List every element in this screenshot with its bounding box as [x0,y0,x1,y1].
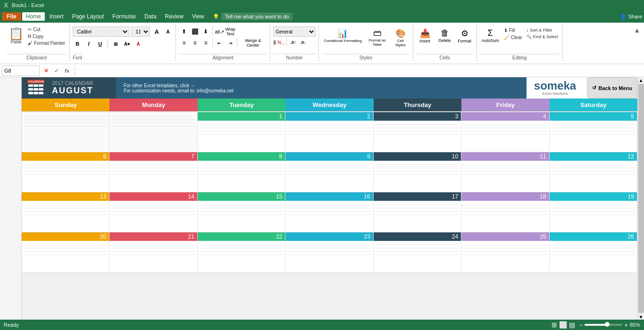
calendar-cell-1[interactable]: 1 [198,112,285,152]
menu-home[interactable]: Home [22,12,45,21]
normal-view-button[interactable]: ⊞ [552,321,557,329]
calendar-cell-16[interactable]: 16 [285,192,373,232]
menu-page-layout[interactable]: Page Layout [68,12,108,21]
format-as-table-button[interactable]: 🗃 Format asTable [366,27,389,48]
fill-button[interactable]: ⬇ Fill [502,27,524,33]
calendar-cell-13[interactable]: 13 [22,192,109,232]
calendar-cell-18[interactable]: 18 [461,192,549,232]
calendar-cell-4[interactable]: 4 [461,112,549,152]
cut-button[interactable]: ✂ Cut [26,26,67,33]
calendar-cell-8[interactable]: 8 [198,152,285,192]
number-format-select[interactable]: General [273,26,316,37]
calendar-cell-24[interactable]: 24 [374,232,461,272]
insert-button[interactable]: 📥 Insert [416,27,434,44]
calendar-cell-2[interactable]: 2 [285,112,373,152]
menu-view[interactable]: View [188,12,208,21]
font-size-select[interactable]: 11 [131,26,150,37]
align-top-button[interactable]: ⬆ [179,26,189,37]
clear-button[interactable]: 🧹 Clear [502,34,524,41]
calendar-cell-6[interactable]: 6 [22,152,109,192]
align-center-button[interactable]: ≡ [190,38,200,48]
back-to-menu-button[interactable]: ↺ Back to Menu [587,77,637,99]
zoom-in-button[interactable]: + [624,322,628,329]
formula-input[interactable] [78,66,642,75]
vertical-scrollbar[interactable]: ▲ ▼ [637,77,644,320]
calendar-cell-9[interactable]: 9 [285,152,373,192]
italic-button[interactable]: I [84,39,93,49]
underline-button[interactable]: U [95,39,105,49]
menu-data[interactable]: Data [141,12,160,21]
calendar-cell-15[interactable]: 15 [198,192,285,232]
borders-button[interactable]: ⊞ [111,39,120,49]
zoom-out-button[interactable]: − [579,322,583,329]
insert-function-button[interactable]: fx [62,66,72,75]
page-layout-view-button[interactable]: ⬜ [559,321,567,329]
calendar-cell-7[interactable]: 7 [109,152,197,192]
calendar-cell-10[interactable]: 10 [374,152,461,192]
sort-filter-button[interactable]: ↕ Sort & Filter [525,27,560,33]
text-angle-button[interactable]: ab↗ [214,26,225,37]
font-shrink-button[interactable]: A [163,27,173,36]
calendar-cell-3[interactable]: 3 [374,112,461,152]
calendar-cell-12[interactable]: 12 [550,152,637,192]
scroll-down-button[interactable]: ▼ [638,314,644,320]
wrap-text-button[interactable]: Wrap Text [225,26,235,37]
delete-button[interactable]: 🗑 Delete [436,27,454,44]
calendar-cell-17[interactable]: 17 [374,192,461,232]
menu-review[interactable]: Review [161,12,187,21]
calendar-cell-11[interactable]: 11 [461,152,549,192]
find-select-button[interactable]: 🔍 Find & Select [525,34,560,40]
calendar-cell-empty-1[interactable] [22,112,109,152]
calendar-cell-14[interactable]: 14 [109,192,197,232]
calendar-info-area: For other Excel templates, click → For c… [116,77,527,99]
paste-button[interactable]: 📋 Paste [7,26,25,45]
decrease-indent-button[interactable]: ⇤ [214,38,225,48]
menu-formulas[interactable]: Formulas [109,12,140,21]
calendar-cell-21[interactable]: 21 [109,232,197,272]
name-box[interactable] [2,66,40,76]
calendar-cell-26[interactable]: 26 [550,232,637,272]
align-right-button[interactable]: ≡ [201,38,211,48]
zoom-slider[interactable] [585,324,622,326]
bold-button[interactable]: B [73,39,82,49]
cell-styles-button[interactable]: 🎨 CellStyles [391,27,410,48]
ribbon-collapse-button[interactable]: ▲ [634,26,640,34]
fill-color-button[interactable]: A▾ [122,39,132,49]
calendar-cell-23[interactable]: 23 [285,232,373,272]
align-bottom-button[interactable]: ⬇ [201,26,211,37]
calendar-cell-19[interactable]: 19 [550,192,637,232]
font-color-button[interactable]: A [134,39,143,49]
back-arrow-icon: ↺ [592,85,596,91]
scroll-thumb[interactable] [638,84,644,313]
conditional-formatting-button[interactable]: 📊 Conditional Formatting [322,27,363,48]
day-header-monday: Monday [109,99,197,111]
increase-decimal-button[interactable]: .0↑ [288,38,298,47]
calendar-cell-22[interactable]: 22 [198,232,285,272]
menu-insert[interactable]: Insert [46,12,67,21]
confirm-formula-button[interactable]: ✓ [52,66,61,75]
calendar-cell-empty-2[interactable] [109,112,197,152]
page-break-view-button[interactable]: ▤ [569,321,575,329]
format-painter-button[interactable]: 🖌 Format Painter [26,40,67,46]
merge-center-button[interactable]: Merge & Center [239,38,267,48]
copy-button[interactable]: ⧉ Copy [26,33,67,40]
tell-me-box[interactable]: Tell me what you want to do [221,13,293,20]
align-left-button[interactable]: ≡ [179,38,189,48]
editing-label: Editing [480,54,560,60]
align-middle-button[interactable]: ⬛ [190,26,200,37]
font-grow-button[interactable]: A [152,27,161,36]
cancel-formula-button[interactable]: ✕ [42,66,51,75]
menu-file[interactable]: File [2,12,21,21]
share-icon: 👤 [620,14,627,20]
calendar-cell-20[interactable]: 20 [22,232,109,272]
calendar-logo-area: CALENDAR [22,77,116,99]
calendar-cell-25[interactable]: 25 [461,232,549,272]
font-name-select[interactable]: Calibri [73,26,129,37]
scroll-up-button[interactable]: ▲ [638,77,644,83]
decrease-decimal-button[interactable]: .0↓ [298,38,308,47]
autosum-button[interactable]: Σ AutoSum [480,27,501,44]
increase-indent-button[interactable]: ⇥ [225,38,235,48]
format-button[interactable]: ⚙ Format [456,27,474,44]
calendar-cell-5[interactable]: 5 [550,112,637,152]
share-label[interactable]: Share [628,14,642,19]
